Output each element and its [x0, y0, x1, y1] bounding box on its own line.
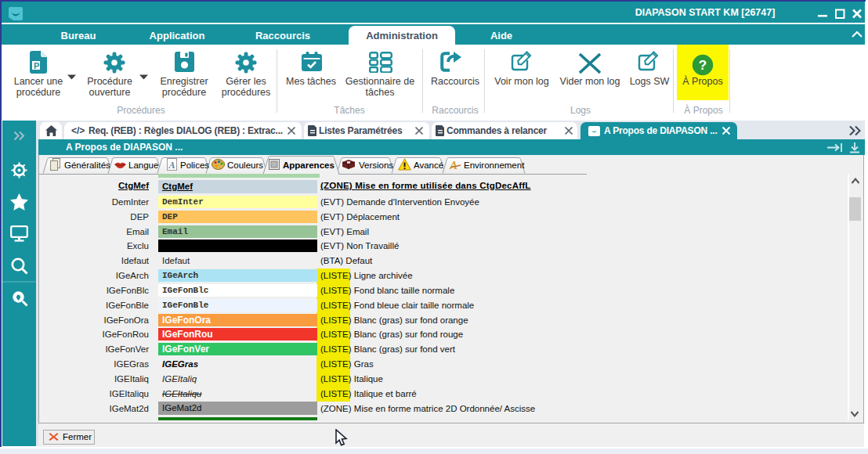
svg-text:P: P: [34, 61, 39, 70]
svg-text:A: A: [449, 159, 458, 171]
svg-text:A: A: [168, 160, 175, 171]
svg-text:?: ?: [699, 58, 707, 73]
